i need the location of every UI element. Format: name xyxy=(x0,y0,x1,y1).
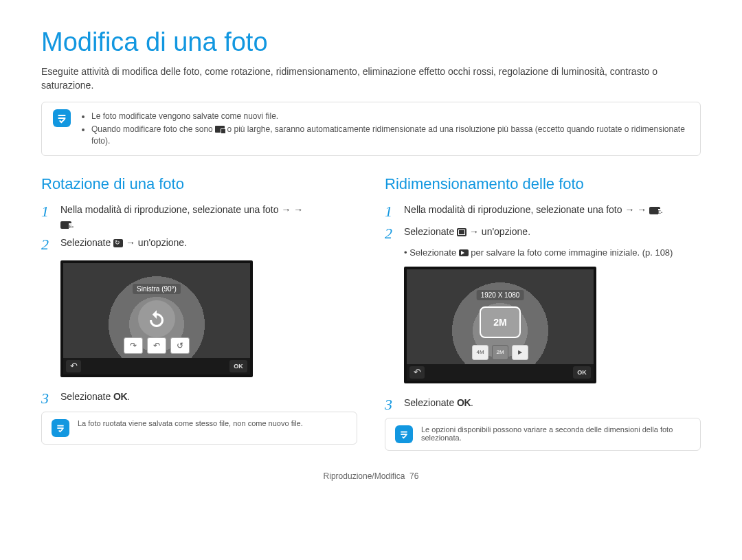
right-heading: Ridimensionamento delle foto xyxy=(385,175,701,193)
rotate-icon xyxy=(113,239,123,247)
page-footer: Riproduzione/Modifica 76 xyxy=(41,471,701,481)
right-sub-bullet: • Selezionate per salvare la foto come i… xyxy=(404,247,701,259)
step-number-2: 2 xyxy=(385,225,397,243)
left-step3: Selezionate OK. xyxy=(60,390,130,407)
top-note-bullet-1: Le foto modificate vengono salvate come … xyxy=(91,111,689,122)
note-icon xyxy=(53,109,71,127)
resize-preview-big-icon: 2M xyxy=(480,306,521,338)
intro-text: Eseguite attività di modifica delle foto… xyxy=(41,65,701,92)
rotate-right-button[interactable]: ↷ xyxy=(124,337,143,354)
step-number-1: 1 xyxy=(41,203,54,232)
left-step1: Nella modalità di riproduzione, selezion… xyxy=(60,203,303,232)
edit-menu-icon xyxy=(649,207,660,214)
step-number-3: 3 xyxy=(41,390,54,407)
edit-menu-icon xyxy=(60,221,71,229)
left-heading: Rotazione di una foto xyxy=(41,175,357,193)
step-number-3: 3 xyxy=(385,396,397,414)
step-number-2: 2 xyxy=(41,236,54,254)
right-step2: Selezionate → un'opzione. xyxy=(404,225,530,243)
top-note-bullet-2: Quando modificare foto che sono o più la… xyxy=(91,124,689,147)
step-number-1: 1 xyxy=(385,203,397,221)
right-column: Ridimensionamento delle foto 1 Nella mod… xyxy=(385,175,701,451)
resize-screen-label: 1920 X 1080 xyxy=(477,290,524,300)
size-option-2m[interactable]: 2M xyxy=(492,345,508,360)
back-button[interactable]: ↶ xyxy=(409,366,425,379)
size-option-4m[interactable]: 4M xyxy=(472,345,488,360)
top-note-box: Le foto modificate vengono salvate come … xyxy=(41,102,701,155)
right-step3: Selezionate OK. xyxy=(404,396,473,414)
right-step1: Nella modalità di riproduzione, selezion… xyxy=(404,203,663,221)
rotate-180-button[interactable]: ↺ xyxy=(170,337,190,354)
left-column: Rotazione di una foto 1 Nella modalità d… xyxy=(41,175,357,451)
resize-icon xyxy=(457,228,466,236)
resize-preview-screen: 1920 X 1080 2M 4M 2M ▶ ↶ OK xyxy=(404,267,596,383)
aspect-8m-icon xyxy=(215,126,225,133)
page-title: Modifica di una foto xyxy=(41,27,701,57)
left-note-box: La foto ruotata viene salvata come stess… xyxy=(41,412,357,445)
note-icon xyxy=(52,419,69,437)
start-image-icon xyxy=(459,249,469,256)
ok-button[interactable]: OK xyxy=(573,366,591,379)
right-note-box: Le opzioni disponibili possono variare a… xyxy=(385,418,701,451)
rotate-left-button[interactable]: ↶ xyxy=(147,337,166,354)
note-icon xyxy=(395,425,413,443)
size-option-start[interactable]: ▶ xyxy=(512,345,528,360)
back-button[interactable]: ↶ xyxy=(66,360,81,372)
ok-button[interactable]: OK xyxy=(229,360,247,372)
left-step2: Selezionate → un'opzione. xyxy=(60,236,187,254)
rotate-screen-label: Sinistra (90°) xyxy=(133,284,181,294)
rotate-preview-screen: Sinistra (90°) ↷ ↶ ↺ ↶ OK xyxy=(60,260,253,377)
rotate-preview-big-icon xyxy=(138,300,175,337)
